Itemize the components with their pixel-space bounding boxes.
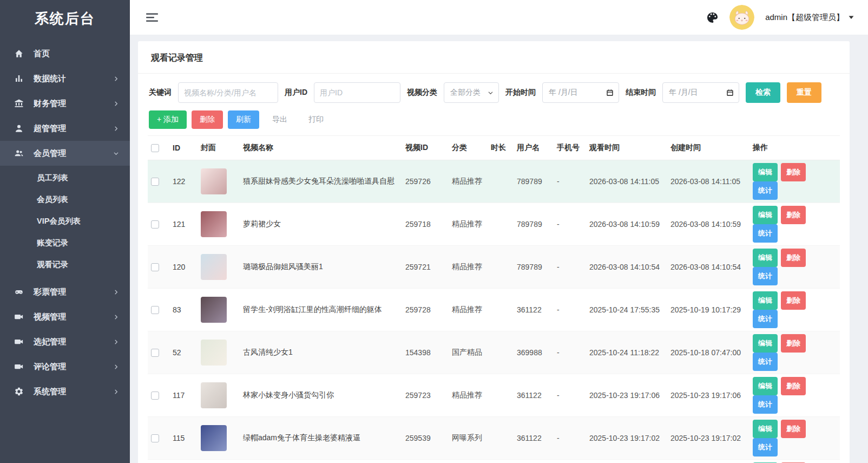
sidebar-item[interactable]: 视频管理 bbox=[0, 304, 130, 329]
row-checkbox[interactable] bbox=[151, 434, 159, 442]
edit-row-button[interactable]: 编辑 bbox=[753, 249, 778, 267]
row-username: 369988 bbox=[514, 331, 554, 374]
sidebar-subitem[interactable]: 账变记录 bbox=[0, 232, 130, 253]
delete-row-button[interactable]: 删除 bbox=[781, 377, 806, 395]
edit-row-button[interactable]: 编辑 bbox=[753, 334, 778, 353]
row-checkbox[interactable] bbox=[151, 220, 159, 229]
delete-row-button[interactable]: 删除 bbox=[781, 420, 806, 438]
category-select[interactable]: 全部分类 bbox=[444, 82, 499, 103]
keyword-input[interactable] bbox=[178, 82, 278, 103]
sidebar-item[interactable]: 会员管理 bbox=[0, 141, 130, 166]
row-category: 精品推荐 bbox=[449, 246, 488, 289]
sidebar-subitem[interactable]: 会员列表 bbox=[0, 188, 130, 210]
sidebar-item-label: 超管管理 bbox=[34, 123, 66, 134]
row-username: 789789 bbox=[514, 203, 554, 246]
row-id: 121 bbox=[169, 203, 198, 246]
export-button[interactable]: 导出 bbox=[264, 110, 295, 129]
content-area: 观看记录管理 关键词 用户ID 视频分类 全部分类 开始时间 年 /月/日 结束… bbox=[130, 35, 868, 463]
row-cover-cell bbox=[198, 460, 240, 463]
row-username: 361122 bbox=[514, 460, 554, 463]
row-duration bbox=[488, 331, 514, 374]
add-button[interactable]: + 添加 bbox=[149, 110, 187, 129]
sidebar-item[interactable]: 数据统计 bbox=[0, 66, 130, 91]
row-phone: - bbox=[554, 374, 586, 417]
sidebar-item[interactable]: 彩票管理 bbox=[0, 279, 130, 304]
userid-input[interactable] bbox=[314, 82, 400, 103]
delete-button[interactable]: 删除 bbox=[192, 110, 223, 129]
user-menu[interactable]: admin【超级管理员】 bbox=[765, 12, 854, 23]
bank-icon bbox=[14, 99, 25, 108]
edit-row-button[interactable]: 编辑 bbox=[753, 291, 778, 310]
row-phone: - bbox=[554, 203, 586, 246]
row-category: 网曝系列 bbox=[449, 417, 488, 460]
sidebar-item[interactable]: 选妃管理 bbox=[0, 329, 130, 354]
stats-row-button[interactable]: 统计 bbox=[753, 267, 778, 285]
row-video-name: 猫系甜妹骨感美少女兔耳朵洗澡啪啪道具自慰 bbox=[240, 160, 402, 203]
chevron-right-icon bbox=[113, 126, 119, 132]
sidebar-item[interactable]: 超管管理 bbox=[0, 116, 130, 141]
row-video-id: 259539 bbox=[402, 417, 449, 460]
sidebar-item[interactable]: 财务管理 bbox=[0, 91, 130, 116]
row-username: 361122 bbox=[514, 374, 554, 417]
search-button[interactable]: 检索 bbox=[746, 82, 780, 103]
end-date-input[interactable]: 年 /月/日 bbox=[662, 82, 739, 103]
records-table-wrap: ID封面视频名称视频ID分类时长用户名手机号观看时间创建时间操作 122猫系甜妹… bbox=[138, 135, 850, 463]
select-all-checkbox[interactable] bbox=[151, 144, 159, 152]
row-checkbox[interactable] bbox=[151, 178, 159, 186]
sidebar-subitem[interactable]: 观看记录 bbox=[0, 253, 130, 275]
delete-row-button[interactable]: 删除 bbox=[781, 249, 806, 267]
chevron-right-icon bbox=[113, 76, 119, 82]
stats-row-button[interactable]: 统计 bbox=[753, 310, 778, 328]
row-checkbox[interactable] bbox=[151, 392, 159, 400]
edit-row-button[interactable]: 编辑 bbox=[753, 206, 778, 224]
stats-row-button[interactable]: 统计 bbox=[753, 395, 778, 414]
edit-row-button[interactable]: 编辑 bbox=[753, 377, 778, 395]
sidebar-item[interactable]: 系统管理 bbox=[0, 379, 130, 404]
category-select-value: 全部分类 bbox=[450, 88, 481, 97]
edit-row-button[interactable]: 编辑 bbox=[753, 420, 778, 438]
stats-row-button[interactable]: 统计 bbox=[753, 224, 778, 243]
calendar-icon bbox=[726, 89, 734, 96]
column-header: 观看时间 bbox=[586, 136, 667, 160]
row-actions: 编辑删除统计 bbox=[749, 331, 840, 374]
menu-toggle-icon[interactable] bbox=[144, 11, 160, 24]
print-button[interactable]: 打印 bbox=[300, 110, 332, 129]
row-watch-time: 2025-10-23 19:13:32 bbox=[586, 460, 667, 463]
reset-button[interactable]: 重置 bbox=[787, 82, 821, 103]
chart-icon bbox=[14, 74, 25, 83]
row-checkbox[interactable] bbox=[151, 349, 159, 357]
delete-row-button[interactable]: 删除 bbox=[781, 291, 806, 310]
delete-row-button[interactable]: 删除 bbox=[781, 334, 806, 353]
start-date-input[interactable]: 年 /月/日 bbox=[542, 82, 619, 103]
stats-row-button[interactable]: 统计 bbox=[753, 353, 778, 371]
refresh-button[interactable]: 刷新 bbox=[228, 110, 259, 129]
avatar[interactable] bbox=[729, 5, 754, 30]
row-username: 361122 bbox=[514, 417, 554, 460]
row-checkbox[interactable] bbox=[151, 263, 159, 271]
stats-row-button[interactable]: 统计 bbox=[753, 181, 778, 200]
sidebar-item[interactable]: 首页 bbox=[0, 41, 130, 66]
theme-palette-icon[interactable] bbox=[706, 11, 719, 24]
row-phone: - bbox=[554, 289, 586, 331]
sidebar-item[interactable]: 评论管理 bbox=[0, 354, 130, 379]
stats-row-button[interactable]: 统计 bbox=[753, 438, 778, 457]
row-actions: 编辑删除统计 bbox=[749, 289, 840, 331]
video-thumbnail bbox=[201, 382, 227, 408]
row-category: 精品推荐 bbox=[449, 289, 488, 331]
sidebar-subitem[interactable]: VIP会员列表 bbox=[0, 210, 130, 232]
chevron-down-icon bbox=[488, 90, 494, 96]
chevron-right-icon bbox=[113, 289, 119, 295]
row-category: 精品推荐 bbox=[449, 160, 488, 203]
main-area: admin【超级管理员】 观看记录管理 关键词 用户ID 视频分类 全部分类 开… bbox=[130, 0, 868, 463]
table-row: 117林家小妹变身小骚货勾引你259723精品推荐361122-2025-10-… bbox=[148, 374, 840, 417]
column-header: 操作 bbox=[749, 136, 840, 160]
row-checkbox[interactable] bbox=[151, 306, 159, 314]
gear-icon bbox=[14, 387, 25, 396]
column-header: 视频ID bbox=[402, 136, 449, 160]
delete-row-button[interactable]: 删除 bbox=[781, 206, 806, 224]
sidebar-subitem[interactable]: 员工列表 bbox=[0, 167, 130, 188]
row-id: 122 bbox=[169, 160, 198, 203]
delete-row-button[interactable]: 删除 bbox=[781, 163, 806, 181]
row-id: 120 bbox=[169, 246, 198, 289]
edit-row-button[interactable]: 编辑 bbox=[753, 163, 778, 181]
